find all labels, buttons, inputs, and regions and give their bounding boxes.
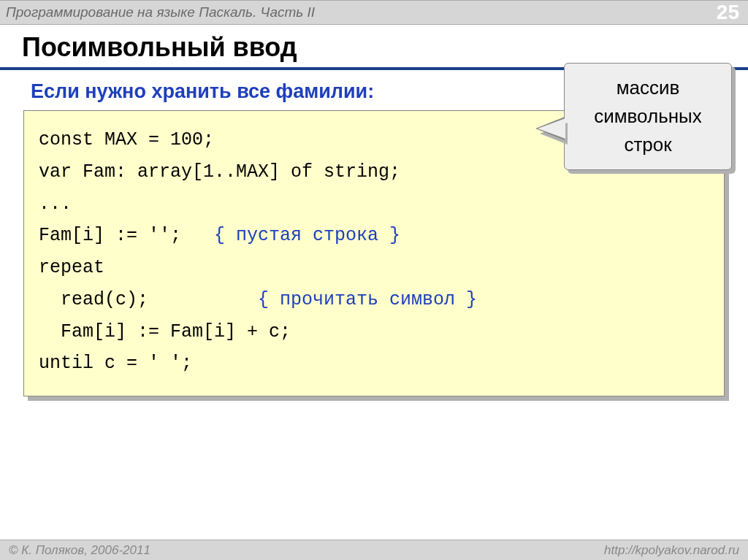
code-comment: { пустая строка }: [214, 225, 400, 246]
page-number: 25: [717, 1, 739, 24]
callout-line: строк: [585, 131, 711, 159]
callout-line: символьных: [585, 102, 711, 131]
topbar: Программирование на языке Паскаль. Часть…: [0, 0, 748, 25]
copyright: © К. Поляков, 2006-2011: [9, 543, 150, 558]
code-line: Fam[i] := ''; { пустая строка }: [39, 220, 709, 252]
code-line: read(c); { прочитать символ }: [39, 284, 709, 316]
code-line: until c = ' ';: [39, 348, 709, 380]
footer-url: http://kpolyakov.narod.ru: [604, 543, 739, 558]
footer: © К. Поляков, 2006-2011 http://kpolyakov…: [0, 540, 748, 560]
page-title: Посимвольный ввод: [0, 25, 748, 67]
code-line: repeat: [39, 252, 709, 284]
code-line: Fam[i] := Fam[i] + c;: [39, 316, 709, 348]
callout-line: массив: [585, 74, 711, 102]
breadcrumb: Программирование на языке Паскаль. Часть…: [6, 4, 315, 20]
callout: массив символьных строк: [564, 63, 732, 170]
code-comment: { прочитать символ }: [258, 289, 477, 310]
code-line: ...: [39, 188, 709, 220]
